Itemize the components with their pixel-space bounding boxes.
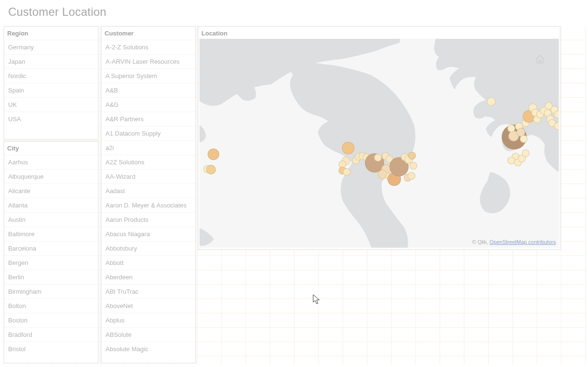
region-item[interactable]: Nordic: [4, 69, 98, 83]
page-title: Customer Location: [8, 5, 106, 19]
customer-item[interactable]: ABSolute: [102, 327, 195, 342]
map-bubble[interactable]: [522, 149, 529, 157]
attribution-prefix: © Qlik,: [472, 239, 490, 245]
city-item[interactable]: Aarhus: [4, 155, 98, 169]
region-panel-title: Region: [4, 27, 98, 40]
customer-panel: Customer A-2-Z SolutionsA-ARVIN Laser Re…: [101, 26, 196, 364]
city-item[interactable]: Atlanta: [4, 198, 98, 212]
customer-item[interactable]: Aberdeen: [102, 270, 195, 284]
map-bubble[interactable]: [554, 111, 559, 118]
city-panel-title: City: [4, 142, 98, 155]
city-item[interactable]: Baltimore: [4, 227, 98, 241]
region-item[interactable]: Germany: [4, 40, 98, 54]
customer-item[interactable]: a2i: [102, 140, 195, 155]
customer-item[interactable]: A2Z Solutions: [102, 155, 195, 169]
map-bubble[interactable]: [507, 125, 515, 132]
city-item[interactable]: Bolton: [4, 298, 98, 313]
city-item[interactable]: Birmingham: [4, 284, 98, 298]
attribution-link[interactable]: OpenStreetMap contributors: [490, 239, 556, 245]
location-panel: Location © Qlik, OpenStreetMap contribut…: [198, 26, 561, 250]
region-list: GermanyJapanNordicSpainUKUSA: [4, 40, 98, 126]
customer-item[interactable]: Aaron D. Meyer & Associates: [102, 198, 195, 212]
city-item[interactable]: Barcelona: [4, 241, 98, 255]
map-bubble[interactable]: [374, 154, 382, 161]
map-viewport[interactable]: © Qlik, OpenStreetMap contributors: [200, 39, 559, 248]
customer-item[interactable]: ABI TruTrac: [102, 284, 195, 298]
customer-item[interactable]: A&G: [102, 97, 195, 112]
city-item[interactable]: Bristol: [4, 342, 98, 356]
map-attribution: © Qlik, OpenStreetMap contributors: [472, 239, 556, 245]
map-bubble[interactable]: [206, 165, 216, 174]
map-bubble[interactable]: [408, 172, 415, 180]
city-list: AarhusAlbuquerqueAlicanteAtlantaAustinBa…: [4, 155, 98, 356]
customer-item[interactable]: Absolute Magic: [102, 342, 195, 356]
map-bubble[interactable]: [342, 142, 354, 154]
customer-item[interactable]: Abbotsbury: [102, 241, 195, 255]
customer-item[interactable]: Abplus: [102, 313, 195, 327]
city-item[interactable]: Bergen: [4, 255, 98, 270]
customer-item[interactable]: A-2-Z Solutions: [102, 40, 195, 54]
location-panel-title: Location: [199, 27, 560, 39]
city-item[interactable]: Boston: [4, 313, 98, 327]
customer-item[interactable]: A Superior System: [102, 69, 195, 83]
city-item[interactable]: Alicante: [4, 184, 98, 198]
region-item[interactable]: Spain: [4, 83, 98, 97]
map-bubble[interactable]: [554, 122, 559, 130]
customer-item[interactable]: Abacus Niagara: [102, 227, 195, 241]
customer-item[interactable]: Aadast: [102, 184, 195, 198]
customer-panel-title: Customer: [102, 27, 195, 40]
customer-item[interactable]: A-ARVIN Laser Resources: [102, 54, 195, 69]
home-icon[interactable]: [535, 54, 545, 65]
city-item[interactable]: Albuquerque: [4, 169, 98, 184]
city-panel: City AarhusAlbuquerqueAlicanteAtlantaAus…: [3, 141, 99, 364]
region-panel: Region GermanyJapanNordicSpainUKUSA: [3, 26, 99, 140]
region-item[interactable]: Japan: [4, 54, 98, 69]
map-bubble[interactable]: [343, 168, 351, 176]
city-item[interactable]: Berlin: [4, 270, 98, 284]
customer-item[interactable]: Aaron Products: [102, 212, 195, 227]
cursor-icon: [313, 294, 320, 305]
map-bubble[interactable]: [410, 162, 417, 170]
map-bubble[interactable]: [408, 152, 416, 160]
customer-item[interactable]: A&R Partners: [102, 112, 195, 126]
customer-item[interactable]: A&B: [102, 83, 195, 97]
customer-list: A-2-Z SolutionsA-ARVIN Laser ResourcesA …: [102, 40, 195, 356]
customer-item[interactable]: AA-Wizard: [102, 169, 195, 184]
city-item[interactable]: Austin: [4, 212, 98, 227]
map-bubble[interactable]: [208, 149, 219, 160]
region-item[interactable]: USA: [4, 112, 98, 126]
region-item[interactable]: UK: [4, 97, 98, 112]
customer-item[interactable]: Abbott: [102, 255, 195, 270]
map-bubble[interactable]: [487, 97, 495, 106]
customer-item[interactable]: A1 Datacom Supply: [102, 126, 195, 140]
city-item[interactable]: Bradford: [4, 327, 98, 342]
map-bubble[interactable]: [520, 135, 528, 143]
customer-item[interactable]: AboveNet: [102, 298, 195, 313]
